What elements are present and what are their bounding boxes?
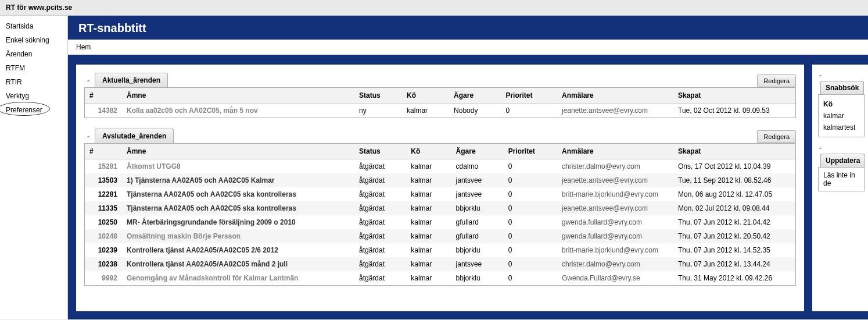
ticket-id[interactable]: 12281 (85, 187, 122, 201)
ticket-owner: bbjorklu (451, 271, 504, 285)
col-status: Status (354, 88, 402, 104)
breadcrumb[interactable]: Hem (68, 40, 868, 56)
table-row[interactable]: 9992Genomgång av Månadskontroll för Kalm… (85, 271, 795, 285)
col-reporter: Anmälare (557, 88, 673, 104)
ticket-status: åtgärdat (354, 215, 406, 229)
col-created: Skapat (673, 144, 795, 159)
ticket-created: Thu, 07 Jun 2012 kl. 14.52.35 (673, 243, 795, 257)
page-title: RT-snabbtitt (68, 16, 868, 40)
ticket-queue: kalmar (406, 201, 451, 215)
ticket-created: Thu, 07 Jun 2012 kl. 13.44.24 (673, 257, 795, 271)
ticket-id[interactable]: 10239 (85, 243, 122, 257)
app-title-bar: RT för www.pcits.se (0, 0, 868, 16)
queue-link[interactable]: kalmartest (823, 122, 859, 133)
ticket-owner: bbjorklu (451, 201, 504, 215)
collapse-icon[interactable]: ⌃ (818, 74, 823, 80)
ticket-id[interactable]: 10250 (85, 215, 122, 229)
ticket-priority: 0 (504, 187, 557, 201)
edit-button-closed[interactable]: Redigera (757, 130, 796, 143)
sidebar: StartsidaEnkel sökningÄrendenRTFMRTIRVer… (0, 16, 68, 319)
table-row[interactable]: 12281Tjänsterna AA02A05 och AA02C05 ska … (85, 187, 795, 201)
content-right: ⌃ Snabbsök Kö kalmar kalmartest ⌃ Uppdat… (812, 65, 868, 311)
panel-closed-tickets: ⌃ Avslutade_ärenden Redigera # Ämne Stat… (84, 129, 796, 286)
panel-refresh: ⌃ Uppdatera Läs inte in de (818, 145, 865, 191)
breadcrumb-home[interactable]: Hem (76, 43, 91, 51)
sidebar-item[interactable]: Ärenden (0, 47, 67, 61)
ticket-subject[interactable]: Omsättning maskin Börje Persson (122, 229, 354, 243)
col-created: Skapat (673, 88, 795, 104)
sidebar-item[interactable]: Preferenser (0, 103, 67, 117)
ticket-id[interactable]: 9992 (85, 271, 122, 285)
table-row[interactable]: 10238Kontrollera tjänst AA02A05/AA02C05 … (85, 257, 795, 271)
ticket-created: Thu, 31 May 2012 kl. 09.42.26 (673, 271, 795, 285)
ticket-status: åtgärdat (354, 243, 406, 257)
collapse-icon[interactable]: ⌃ (84, 79, 92, 87)
main-area: RT-snabbtitt Hem ⌃ Aktuella_ärenden Redi… (68, 16, 868, 319)
ticket-reporter: britt-marie.bjorklund@evry.com (557, 243, 673, 257)
ticket-queue: kalmar (406, 187, 451, 201)
ticket-id[interactable]: 13503 (85, 173, 122, 187)
queue-label: Kö (823, 98, 859, 110)
ticket-owner: bbjorklu (451, 243, 504, 257)
ticket-owner: cdalmo (451, 159, 504, 174)
ticket-reporter: christer.dalmo@evry.com (557, 159, 673, 174)
table-row[interactable]: 10250MR- Återbäringsgrundande försäljnin… (85, 215, 795, 229)
ticket-subject[interactable]: Kontrollera tjänst AA02A05/AA02C05 månd … (122, 257, 354, 271)
ticket-status: åtgärdat (354, 229, 406, 243)
table-row[interactable]: 11335Tjänsterna AA02A05 och AA02C05 ska … (85, 201, 795, 215)
table-row[interactable]: 15281Åtkomst UTGG8åtgärdatkalmarcdalmo0c… (85, 159, 795, 174)
refresh-title: Uppdatera (820, 154, 865, 167)
ticket-priority: 0 (504, 243, 557, 257)
table-header-row: # Ämne Status Kö Ägare Prioritet Anmälar… (85, 88, 795, 104)
ticket-created: Tue, 11 Sep 2012 kl. 08.52.46 (673, 173, 795, 187)
sidebar-item[interactable]: Startsida (0, 19, 67, 33)
ticket-subject[interactable]: Kontrollera tjänst AA02A05/AA02C05 2/6 2… (122, 243, 354, 257)
col-owner: Ägare (451, 144, 504, 159)
ticket-owner: jantsvee (451, 257, 504, 271)
ticket-subject[interactable]: MR- Återbäringsgrundande försäljning 200… (122, 215, 354, 229)
ticket-reporter: Gwenda.Fullard@evry.se (557, 271, 673, 285)
ticket-priority: 0 (504, 159, 557, 174)
ticket-subject[interactable]: 1) Tjänsterna AA02A05 och AA02C05 Kalmar (122, 173, 354, 187)
ticket-id[interactable]: 10248 (85, 229, 122, 243)
ticket-id[interactable]: 15281 (85, 159, 122, 174)
sidebar-item[interactable]: Verktyg (0, 89, 67, 103)
ticket-subject[interactable]: Åtkomst UTGG8 (122, 159, 354, 174)
ticket-id[interactable]: 14382 (85, 104, 122, 118)
panel-quicksearch: ⌃ Snabbsök Kö kalmar kalmartest (818, 73, 865, 137)
ticket-id[interactable]: 11335 (85, 201, 122, 215)
table-row[interactable]: 14382Kolla aa02c05 och AA02C05, mån 5 no… (85, 104, 795, 118)
collapse-icon[interactable]: ⌃ (818, 147, 823, 153)
ticket-owner: jantsvee (451, 173, 504, 187)
current-tickets-body: 14382Kolla aa02c05 och AA02C05, mån 5 no… (85, 104, 795, 118)
ticket-subject[interactable]: Kolla aa02c05 och AA02C05, mån 5 nov (122, 104, 354, 118)
ticket-id[interactable]: 10238 (85, 257, 122, 271)
ticket-queue: kalmar (406, 173, 451, 187)
ticket-reporter: gwenda.fullard@evry.com (557, 215, 673, 229)
edit-button-current[interactable]: Redigera (757, 74, 796, 87)
ticket-reporter: jeanette.antsvee@evry.com (557, 104, 673, 118)
sidebar-item[interactable]: RTFM (0, 61, 67, 75)
collapse-icon[interactable]: ⌃ (84, 135, 92, 143)
ticket-priority: 0 (504, 201, 557, 215)
sidebar-list: StartsidaEnkel sökningÄrendenRTFMRTIRVer… (0, 16, 67, 120)
panel-current-tickets: ⌃ Aktuella_ärenden Redigera # Ämne Statu… (84, 73, 796, 118)
table-row[interactable]: 10239Kontrollera tjänst AA02A05/AA02C05 … (85, 243, 795, 257)
ticket-priority: 0 (501, 104, 557, 118)
ticket-subject[interactable]: Tjänsterna AA02A05 och AA02C05 ska kontr… (122, 187, 354, 201)
ticket-subject[interactable]: Genomgång av Månadskontroll för Kalmar L… (122, 271, 354, 285)
table-row[interactable]: 135031) Tjänsterna AA02A05 och AA02C05 K… (85, 173, 795, 187)
ticket-status: ny (354, 104, 402, 118)
col-subject: Ämne (122, 144, 354, 159)
ticket-priority: 0 (504, 229, 557, 243)
ticket-created: Mon, 06 aug 2012 kl. 12.47.05 (673, 187, 795, 201)
table-row[interactable]: 10248Omsättning maskin Börje Perssonåtgä… (85, 229, 795, 243)
sidebar-item[interactable]: Enkel sökning (0, 33, 67, 47)
sidebar-item[interactable]: RTIR (0, 75, 67, 89)
queue-link[interactable]: kalmar (823, 110, 859, 122)
col-priority: Prioritet (504, 144, 557, 159)
ticket-status: åtgärdat (354, 257, 406, 271)
col-reporter: Anmälare (557, 144, 673, 159)
ticket-subject[interactable]: Tjänsterna AA02A05 och AA02C05 ska kontr… (122, 201, 354, 215)
ticket-owner: gfullard (451, 215, 504, 229)
